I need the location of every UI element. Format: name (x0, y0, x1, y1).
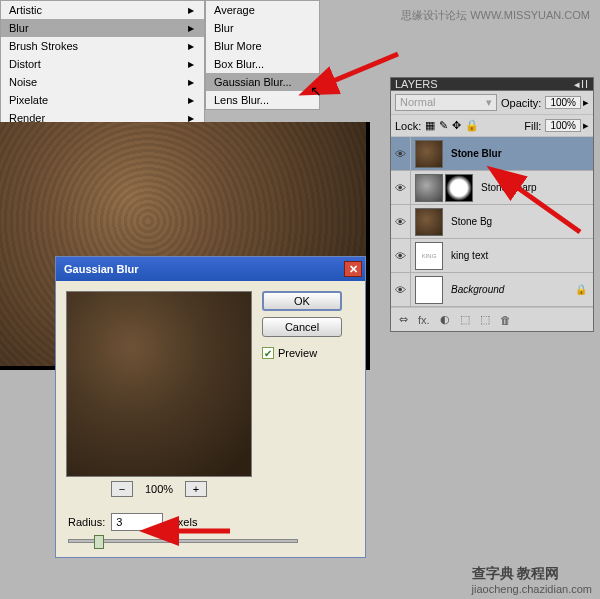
preview-checkbox-label: Preview (278, 347, 317, 359)
menu-item-brush-strokes[interactable]: Brush Strokes▶ (1, 37, 204, 55)
slider-thumb[interactable] (94, 535, 104, 549)
layer-stone-blur[interactable]: 👁 Stone Blur (391, 137, 593, 171)
filter-menu[interactable]: Artistic▶ Blur▶ Brush Strokes▶ Distort▶ … (0, 0, 205, 128)
lock-transparency-icon[interactable]: ▦ (425, 119, 435, 132)
zoom-out-button[interactable]: − (111, 481, 133, 497)
lock-move-icon[interactable]: ✥ (452, 119, 461, 132)
annotation-arrow (505, 177, 585, 239)
lock-label: Lock: (395, 120, 421, 132)
chevron-right-icon: ▸ (583, 119, 589, 132)
chevron-right-icon: ▶ (188, 42, 194, 51)
layer-label: Stone Blur (447, 148, 502, 159)
chevron-right-icon: ▶ (188, 96, 194, 105)
menu-item-blur[interactable]: Blur▶ (1, 19, 204, 37)
chevron-right-icon: ▶ (188, 24, 194, 33)
zoom-level: 100% (145, 483, 173, 495)
checkbox-icon: ✔ (262, 347, 274, 359)
layer-mask-icon[interactable]: ◐ (440, 313, 450, 326)
plus-icon: + (193, 483, 199, 495)
lock-brush-icon[interactable]: ✎ (439, 119, 448, 132)
blur-submenu[interactable]: Average Blur Blur More Box Blur... Gauss… (205, 0, 320, 110)
menu-item-blur-plain[interactable]: Blur (206, 19, 319, 37)
layers-footer: ⇔ fx. ◐ ⬚ ⬚ 🗑 (391, 307, 593, 331)
visibility-eye-icon[interactable]: 👁 (391, 239, 411, 272)
opacity-label: Opacity: (501, 97, 541, 109)
cursor-icon: ↖ (310, 83, 322, 99)
delete-layer-icon[interactable]: 🗑 (500, 314, 511, 326)
new-layer-icon[interactable]: ⬚ (480, 313, 490, 326)
cancel-button[interactable]: Cancel (262, 317, 342, 337)
layer-label: king text (447, 250, 488, 261)
visibility-eye-icon[interactable]: 👁 (391, 137, 411, 170)
layer-thumbnail[interactable] (415, 276, 443, 304)
layer-thumbnail[interactable] (415, 174, 443, 202)
radius-label: Radius: (68, 516, 105, 528)
chevron-right-icon: ▶ (188, 6, 194, 15)
layers-lock-row: Lock: ▦ ✎ ✥ 🔒 Fill: 100%▸ (391, 115, 593, 137)
menu-item-distort[interactable]: Distort▶ (1, 55, 204, 73)
panel-grip-icon: ◂II (574, 78, 589, 91)
radius-input[interactable] (111, 513, 163, 531)
close-icon: ✕ (349, 263, 358, 276)
menu-item-noise[interactable]: Noise▶ (1, 73, 204, 91)
annotation-arrow (320, 52, 400, 94)
layer-king-text[interactable]: 👁 king text (391, 239, 593, 273)
chevron-down-icon: ▾ (486, 96, 492, 109)
menu-item-gaussian-blur[interactable]: Gaussian Blur... (206, 73, 319, 91)
menu-item-blur-more[interactable]: Blur More (206, 37, 319, 55)
layers-tab-label: LAYERS (395, 78, 438, 90)
visibility-eye-icon[interactable]: 👁 (391, 273, 411, 306)
preview-image[interactable] (66, 291, 252, 477)
visibility-eye-icon[interactable]: 👁 (391, 205, 411, 238)
dialog-titlebar[interactable]: Gaussian Blur ✕ (56, 257, 365, 281)
preview-checkbox[interactable]: ✔ Preview (262, 347, 317, 359)
layer-mask-thumbnail[interactable] (445, 174, 473, 202)
layers-header-row: Normal▾ Opacity: 100%▸ (391, 91, 593, 115)
watermark-bottom: 查字典 教程网 jiaocheng.chazidian.com (472, 565, 592, 595)
svg-line-0 (326, 54, 398, 84)
opacity-field[interactable]: 100%▸ (545, 96, 589, 109)
close-button[interactable]: ✕ (344, 261, 362, 277)
svg-line-1 (511, 183, 580, 232)
watermark-top: 思缘设计论坛 WWW.MISSYUAN.COM (401, 8, 590, 23)
zoom-in-button[interactable]: + (185, 481, 207, 497)
minus-icon: − (119, 483, 125, 495)
layer-background[interactable]: 👁 Background 🔒 (391, 273, 593, 307)
layer-fx-icon[interactable]: fx. (418, 314, 430, 326)
chevron-right-icon: ▶ (188, 60, 194, 69)
lock-icon: 🔒 (575, 284, 587, 295)
dialog-title-text: Gaussian Blur (64, 263, 139, 275)
chevron-right-icon: ▶ (188, 78, 194, 87)
layer-thumbnail[interactable] (415, 140, 443, 168)
menu-item-box-blur[interactable]: Box Blur... (206, 55, 319, 73)
visibility-eye-icon[interactable]: 👁 (391, 171, 411, 204)
ok-button[interactable]: OK (262, 291, 342, 311)
layer-thumbnail[interactable] (415, 242, 443, 270)
lock-all-icon[interactable]: 🔒 (465, 119, 479, 132)
chevron-right-icon: ▸ (583, 96, 589, 109)
adjustment-layer-icon[interactable]: ⬚ (460, 313, 470, 326)
layer-thumbnail[interactable] (415, 208, 443, 236)
link-layers-icon[interactable]: ⇔ (399, 313, 408, 326)
fill-label: Fill: (524, 120, 541, 132)
layers-tab[interactable]: LAYERS ◂II (390, 77, 594, 90)
menu-item-lens-blur[interactable]: Lens Blur... (206, 91, 319, 109)
blend-mode-select[interactable]: Normal▾ (395, 94, 497, 111)
layer-label: Background (447, 284, 504, 295)
fill-field[interactable]: 100%▸ (545, 119, 589, 132)
menu-item-average[interactable]: Average (206, 1, 319, 19)
annotation-arrow (165, 519, 235, 545)
gaussian-blur-dialog: Gaussian Blur ✕ − 100% + OK Cancel ✔ Pre… (55, 256, 366, 558)
menu-item-pixelate[interactable]: Pixelate▶ (1, 91, 204, 109)
menu-item-artistic[interactable]: Artistic▶ (1, 1, 204, 19)
layer-label: Stone Bg (447, 216, 492, 227)
